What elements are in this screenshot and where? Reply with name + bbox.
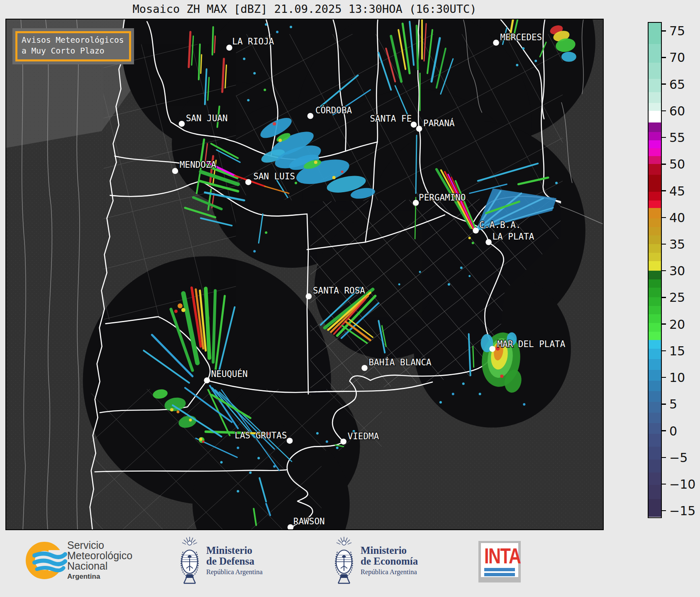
city-label: MENDOZA [180,160,217,170]
colorbar-ticklabel: 75 [669,24,685,38]
inta-wordmark: INTA [484,546,510,566]
colorbar-segment [649,111,661,122]
alert-box[interactable]: Avisos Meteorológicos a Muy Corto Plazo [12,28,134,64]
city-label: BAHÍA BLANCA [368,357,432,367]
radar-mosaic-page: Mosaico ZH MAX [dBZ] 21.09.2025 13:30HOA… [0,0,700,597]
colorbar-tickmark [662,270,666,272]
colorbar-ticklabel: 45 [669,184,685,198]
colorbar-segment [649,164,661,175]
colorbar-segment [649,381,661,391]
colorbar-ticklabel: 70 [669,50,685,65]
colorbar-segment [649,227,661,236]
colorbar-segment [649,306,661,315]
city-label: MERCEDES [500,32,542,42]
colorbar-tickmark [662,30,666,32]
city-label: SAN JUAN [186,113,228,123]
inta-stripe [484,568,515,571]
colorbar-segment [649,175,661,192]
colorbar-segment [649,271,661,279]
colorbar-segment [649,192,661,201]
smn-line2: Meteorológico [67,551,132,561]
colorbar-tickmark [662,404,666,405]
defensa-line3: República Argentina [206,568,263,576]
colorbar-segment [649,391,661,402]
colorbar-segment [649,132,661,140]
colorbar-tickmark [662,323,666,325]
city-label: RAWSON [293,516,325,526]
smn-wordmark: Servicio Meteorológico Nacional Argentin… [67,540,132,581]
colorbar-segment [649,288,661,297]
colorbar-tickmark [662,297,666,298]
smn-logo-icon [23,538,68,584]
inta-logo: INTA [478,541,521,582]
colorbar-tickmark [662,137,666,138]
city-label: LA RIOJA [232,37,274,46]
colorbar-segment [649,44,661,63]
city-label: C.A.B.A. [479,220,521,230]
colorbar-segment [649,460,661,472]
coat-of-arms-icon [331,536,357,587]
colorbar-ticklabel: 50 [669,157,685,171]
colorbar-segment [649,359,661,370]
colorbar-segment [649,447,661,460]
colorbar-tickmark [662,510,666,511]
colorbar-segment [649,218,661,227]
colorbar-segment [649,434,661,447]
colorbar-segment [649,323,661,332]
colorbar-segment [649,208,661,219]
colorbar-segment [649,402,661,413]
colorbar-segment [649,499,661,517]
colorbar-segment [649,472,661,485]
colorbar-segment [649,314,661,323]
colorbar-segment [649,156,661,164]
colorbar-segment [649,349,661,360]
smn-line1: Servicio [67,540,132,551]
colorbar-ticklabel: 25 [669,290,685,305]
colorbar-ticklabel: 30 [669,264,685,278]
colorbar-ticklabel: 15 [669,343,685,358]
defensa-line2: de Defensa [206,556,263,567]
alert-line1: Avisos Meteorológicos [22,35,124,46]
radar-map[interactable]: LA RIOJAMERCEDESSAN JUANCÓRDOBASANTA FEP… [5,19,604,530]
city-label: PARANÁ [423,118,455,128]
colorbar-segment [649,297,661,306]
colorbar-ticklabel: 35 [669,237,685,252]
colorbar-tickmark [662,83,666,85]
colorbar-segment [649,23,661,44]
colorbar-tickmark [662,430,666,431]
colorbar-ticklabel: −15 [669,504,695,518]
colorbar-ticklabel: 5 [669,397,677,411]
colorbar-ticklabel: 60 [669,103,685,118]
colorbar-segment [649,79,661,92]
colorbar-segment [649,279,661,288]
colorbar-tickmark [662,457,666,458]
colorbar-tickmark [662,190,666,191]
page-title: Mosaico ZH MAX [dBZ] 21.09.2025 13:30HOA… [5,2,604,15]
colorbar [648,22,662,518]
colorbar-tickmark [662,217,666,218]
economia-line1: Ministerio [361,545,418,556]
colorbar-segment [649,332,661,340]
colorbar-tickmark [662,244,666,245]
colorbar-segment [649,253,661,262]
colorbar-tickmark [662,110,666,112]
footer: Servicio Meteorológico Nacional Argentin… [0,530,700,597]
city-label: NEUQUÉN [211,369,248,379]
colorbar-ticklabel: 65 [669,77,685,91]
city-label: VIEDMA [348,431,379,441]
city-label: SANTA ROSA [313,286,365,296]
colorbar-ticks: 757065605550454035302520151050−5−10−15 [662,23,700,517]
colorbar-segment [649,140,661,148]
colorbar-gradient [649,23,661,517]
colorbar-segment [649,485,661,499]
colorbar-segment [649,148,661,156]
colorbar-tickmark [662,484,666,485]
colorbar-ticklabel: 0 [669,423,677,438]
economia-line3: República Argentina [361,568,418,576]
colorbar-tickmark [662,164,666,165]
coat-of-arms-icon [176,536,203,587]
economia-line2: de Economía [361,556,418,567]
city-label: LAS GRUTAS [235,431,287,440]
colorbar-ticklabel: 55 [669,130,685,145]
colorbar-ticklabel: 40 [669,210,685,225]
